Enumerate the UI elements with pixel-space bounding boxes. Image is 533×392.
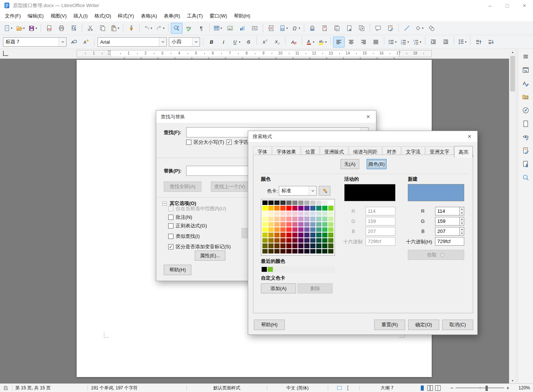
- move-up-button[interactable]: [473, 37, 484, 47]
- color-swatch[interactable]: [268, 233, 274, 237]
- new-style-button[interactable]: A: [80, 37, 92, 47]
- chevron-down-icon[interactable]: [309, 186, 316, 195]
- save-button[interactable]: ▾: [27, 23, 38, 34]
- dropdown-caret-icon[interactable]: ▾: [286, 27, 288, 30]
- line-spacing-button[interactable]: ▾: [456, 37, 468, 47]
- align-center-button[interactable]: [345, 37, 357, 47]
- color-swatch[interactable]: [292, 249, 298, 253]
- dropdown-caret-icon[interactable]: ▾: [151, 27, 152, 30]
- italic-button[interactable]: I: [218, 37, 229, 47]
- close-icon[interactable]: ×: [365, 113, 372, 121]
- navigator-panel-button[interactable]: [520, 105, 531, 116]
- color-swatch[interactable]: [322, 233, 327, 237]
- color-swatch[interactable]: [304, 243, 309, 248]
- menu-item-2[interactable]: 视图(V): [47, 11, 70, 21]
- menu-item-3[interactable]: 插入(I): [70, 11, 91, 21]
- dropdown-caret-icon[interactable]: ▾: [23, 27, 25, 30]
- spinner-arrows-icon[interactable]: ▲▼: [459, 217, 464, 225]
- color-swatch[interactable]: [268, 227, 274, 232]
- color-swatch[interactable]: [304, 249, 309, 253]
- new-r-spinner[interactable]: ▲▼: [435, 207, 464, 215]
- color-swatch[interactable]: [286, 249, 292, 253]
- collapse-icon[interactable]: [162, 201, 167, 206]
- cancel-button[interactable]: 取消(C): [442, 320, 473, 330]
- color-swatch[interactable]: [262, 206, 268, 210]
- menu-item-6[interactable]: 表格(A): [138, 11, 160, 21]
- color-swatch[interactable]: [286, 222, 292, 227]
- dropdown-caret-icon[interactable]: ▾: [395, 40, 397, 44]
- color-swatch[interactable]: [322, 227, 327, 232]
- underline-button[interactable]: U▾: [230, 37, 242, 47]
- color-swatch[interactable]: [298, 243, 304, 248]
- dropdown-caret-icon[interactable]: ▾: [239, 40, 240, 44]
- color-swatch[interactable]: [298, 206, 304, 210]
- insert-line-button[interactable]: [401, 23, 413, 34]
- search-format-title-bar[interactable]: 搜索格式 ×: [248, 131, 477, 142]
- ruler-left-margin[interactable]: 1: [77, 50, 111, 57]
- color-swatch[interactable]: [322, 206, 327, 210]
- color-swatch[interactable]: [304, 238, 309, 243]
- strikethrough-button[interactable]: S: [243, 37, 254, 47]
- multi-page-view-icon[interactable]: [427, 385, 433, 391]
- page-style-status[interactable]: 默认页面样式: [187, 384, 267, 392]
- dropdown-caret-icon[interactable]: ▾: [420, 40, 421, 44]
- move-down-button[interactable]: [485, 37, 497, 47]
- checkbox-icon[interactable]: [168, 234, 173, 239]
- font-size-combo[interactable]: 小四: [169, 37, 200, 47]
- color-swatch[interactable]: [262, 238, 268, 243]
- highlight-color-button[interactable]: ab▾: [317, 37, 328, 47]
- color-swatch[interactable]: [268, 200, 274, 205]
- color-swatch[interactable]: [310, 222, 315, 227]
- dropdown-caret-icon[interactable]: ▾: [313, 40, 314, 44]
- color-swatch[interactable]: [328, 249, 333, 253]
- color-swatch[interactable]: [328, 217, 333, 221]
- color-swatch[interactable]: [292, 233, 298, 237]
- new-hex-value[interactable]: [435, 237, 464, 246]
- color-swatch[interactable]: [298, 222, 304, 227]
- color-swatch[interactable]: [316, 200, 321, 205]
- color-swatch[interactable]: [274, 249, 280, 253]
- dropdown-caret-icon[interactable]: ▾: [407, 40, 409, 44]
- menu-item-5[interactable]: 样式(Y): [114, 11, 137, 21]
- color-swatch[interactable]: [280, 238, 286, 243]
- color-swatch[interactable]: [262, 211, 268, 216]
- color-swatch[interactable]: [292, 211, 298, 216]
- dropdown-caret-icon[interactable]: ▾: [221, 27, 222, 30]
- color-swatch[interactable]: [262, 243, 268, 248]
- find-replace-button[interactable]: ad: [171, 23, 182, 34]
- color-swatch[interactable]: [286, 233, 292, 237]
- color-swatch[interactable]: [328, 222, 333, 227]
- color-button[interactable]: 颜色(B): [367, 159, 386, 169]
- font-color-button[interactable]: A▾: [304, 37, 316, 47]
- page-panel-button[interactable]: [520, 118, 531, 129]
- scrollbar-thumb[interactable]: [510, 56, 515, 91]
- hyperlink-button[interactable]: [306, 23, 318, 34]
- help-button[interactable]: 帮助(H): [164, 265, 191, 275]
- dropdown-caret-icon[interactable]: ▾: [465, 40, 466, 44]
- color-swatch[interactable]: [304, 200, 309, 205]
- clone-formatting-button[interactable]: [126, 23, 137, 34]
- formatting-marks-button[interactable]: ¶: [195, 23, 207, 34]
- new-document-button[interactable]: ▾: [2, 23, 14, 34]
- spinner-arrows-icon[interactable]: ▲▼: [459, 227, 464, 236]
- checkbox-checked-icon[interactable]: [168, 244, 173, 249]
- insert-image-button[interactable]: [224, 23, 236, 34]
- color-swatch[interactable]: [280, 206, 286, 210]
- attributes-button[interactable]: 属性(E)...: [195, 251, 225, 261]
- page-number-status[interactable]: 第 15 页, 共 15 页: [12, 384, 88, 392]
- color-swatch[interactable]: [328, 206, 333, 210]
- dropdown-caret-icon[interactable]: ▾: [163, 27, 164, 30]
- scroll-down-icon[interactable]: ▼: [509, 377, 516, 384]
- color-swatch[interactable]: [328, 233, 333, 237]
- maximize-button[interactable]: □: [499, 0, 516, 11]
- color-swatch[interactable]: [286, 227, 292, 232]
- color-swatch[interactable]: [262, 222, 268, 227]
- color-swatch[interactable]: [298, 217, 304, 221]
- color-swatch[interactable]: [268, 217, 274, 221]
- color-swatch[interactable]: [262, 200, 268, 205]
- bold-button[interactable]: B: [206, 37, 217, 47]
- indent-marker-icon[interactable]: [107, 50, 112, 55]
- option-checkbox-4[interactable]: 区分是否添加变音标记(S): [168, 243, 231, 250]
- tab-8[interactable]: 高亮: [454, 146, 473, 158]
- open-button[interactable]: ▾: [15, 23, 26, 34]
